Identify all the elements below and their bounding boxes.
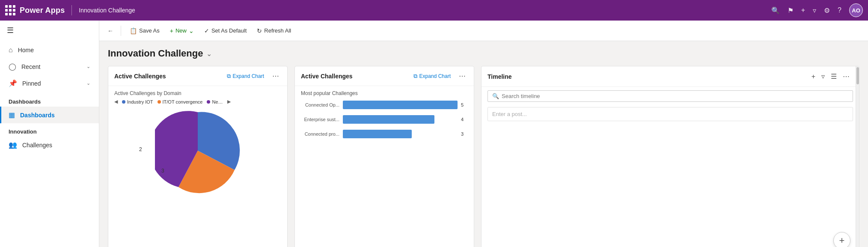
bar-card-title: Active Challenges [301, 73, 353, 80]
pie-num-2: 2 [139, 146, 142, 152]
back-button[interactable]: ← [104, 25, 116, 37]
pie-num-3: 3 [161, 168, 164, 174]
nav-icons: 🔍 ⚑ + ▿ ⚙ ? AO [771, 3, 863, 17]
pie-chart-container: 2 3 [114, 108, 281, 193]
bar-track-2 [343, 130, 458, 138]
dashboard-icon: ▦ [9, 111, 15, 119]
legend-next-icon[interactable]: ▶ [227, 99, 231, 104]
challenges-icon: 👥 [9, 141, 17, 149]
settings-icon[interactable]: ⚙ [824, 6, 830, 15]
waffle-icon[interactable] [5, 5, 15, 15]
sidebar-pinned-label: Pinned [22, 80, 81, 87]
pie-card-body: Active Challenges by Domain ◀ Industry I… [108, 86, 287, 247]
top-navigation: Power Apps Innovation Challenge 🔍 ⚑ + ▿ … [0, 0, 868, 21]
recent-chevron-icon: ⌄ [86, 64, 90, 69]
bar-fill-1 [343, 115, 434, 124]
bar-value-0: 5 [461, 102, 468, 107]
nav-divider [71, 5, 72, 15]
bar-label-2: Connected pro... [301, 131, 339, 137]
main-content: ← 📋 Save As + New ⌄ ✓ Set As Default ↻ R… [99, 21, 868, 247]
pie-chart-subtitle: Active Challenges by Domain [114, 90, 281, 96]
recent-icon: ◯ [9, 62, 16, 71]
timeline-header-icons: + ▿ ☰ ⋯ [808, 71, 853, 82]
nav-page-title: Innovation Challenge [79, 7, 135, 14]
bar-track-1 [343, 115, 458, 124]
bar-track-0 [343, 101, 458, 109]
save-as-button[interactable]: 📋 Save As [125, 25, 164, 36]
pie-expand-button[interactable]: ⧉ Expand Chart [224, 71, 267, 81]
refresh-all-button[interactable]: ↻ Refresh All [253, 25, 295, 36]
legend-prev-icon[interactable]: ◀ [114, 99, 118, 104]
sidebar-recent-label: Recent [21, 63, 81, 70]
pie-card-header: Active Challenges ⧉ Expand Chart ⋯ [108, 66, 287, 86]
bar-label-0: Connected Op... [301, 102, 339, 107]
legend-item-industry-iot: Industry IOT [122, 99, 153, 104]
timeline-scroll-thumb [856, 67, 859, 84]
flag-icon[interactable]: ⚑ [788, 6, 794, 15]
sidebar-item-challenges[interactable]: 👥 Challenges [0, 137, 99, 153]
search-icon[interactable]: 🔍 [771, 6, 780, 15]
page-title: Innovation Challenge [108, 48, 203, 59]
bar-fill-0 [343, 101, 458, 109]
sidebar-home-label: Home [18, 47, 90, 54]
innovation-group-label: Innovation [0, 123, 99, 137]
add-icon[interactable]: + [801, 6, 805, 14]
active-challenges-bar-card: Active Challenges ⧉ Expand Chart ⋯ Most … [294, 66, 474, 247]
sidebar-item-dashboards[interactable]: ▦ Dashboards [0, 107, 99, 123]
timeline-card: Timeline + ▿ ☰ ⋯ 🔍 Enter a post... [481, 66, 859, 247]
timeline-scrollbar[interactable] [856, 66, 859, 247]
legend-dot-new [207, 100, 210, 104]
page-title-chevron-icon[interactable]: ⌄ [206, 50, 212, 58]
bar-more-button[interactable]: ⋯ [457, 71, 468, 81]
sidebar-item-recent[interactable]: ◯ Recent ⌄ [0, 58, 99, 75]
bar-value-2: 3 [461, 131, 468, 137]
pie-chart-legend: ◀ Industry IOT IT/OT convergence [114, 99, 281, 104]
bar-row-2: Connected pro... 3 [301, 130, 468, 138]
home-icon: ⌂ [9, 46, 13, 54]
cards-grid: Active Challenges ⧉ Expand Chart ⋯ Activ… [108, 66, 859, 247]
timeline-more-button[interactable]: ⋯ [841, 71, 851, 82]
sidebar: ☰ ⌂ Home ◯ Recent ⌄ 📌 Pinned ⌄ Dashboard… [0, 21, 99, 247]
bar-chart-subtitle: Most popular Challenges [301, 90, 468, 96]
bar-card-body: Most popular Challenges Connected Op... … [295, 86, 474, 247]
sidebar-item-home[interactable]: ⌂ Home [0, 42, 99, 58]
pie-card-title: Active Challenges [114, 73, 166, 80]
timeline-filter-icon-button[interactable]: ▿ [820, 71, 826, 82]
timeline-search-input[interactable] [502, 93, 848, 99]
timeline-post-input[interactable]: Enter a post... [488, 107, 853, 121]
page-title-row: Innovation Challenge ⌄ [108, 48, 859, 59]
page-area: Innovation Challenge ⌄ Active Challenges… [99, 41, 868, 247]
sidebar-challenges-label: Challenges [22, 142, 90, 149]
pie-more-button[interactable]: ⋯ [270, 71, 281, 81]
bar-expand-button[interactable]: ⧉ Expand Chart [411, 71, 453, 81]
timeline-add-icon-button[interactable]: + [810, 71, 817, 82]
set-default-button[interactable]: ✓ Set As Default [200, 25, 251, 36]
bar-fill-2 [343, 130, 412, 138]
bar-label-1: Enterprise sust... [301, 117, 339, 122]
legend-dot-it-ot [158, 100, 161, 104]
new-plus-icon: + [170, 27, 173, 34]
legend-label-it-ot: IT/OT convergence [163, 99, 203, 104]
timeline-card-header: Timeline + ▿ ☰ ⋯ [482, 66, 859, 87]
expand-icon: ⧉ [227, 73, 231, 80]
filter-icon[interactable]: ▿ [813, 6, 816, 15]
help-icon[interactable]: ? [838, 6, 841, 14]
app-name: Power Apps [20, 6, 65, 15]
toolbar: ← 📋 Save As + New ⌄ ✓ Set As Default ↻ R… [99, 21, 868, 41]
timeline-title: Timeline [488, 73, 512, 80]
toolbar-divider [121, 26, 121, 36]
bar-row-0: Connected Op... 5 [301, 101, 468, 109]
hamburger-button[interactable]: ☰ [0, 21, 99, 40]
checkmark-icon: ✓ [204, 27, 209, 34]
avatar[interactable]: AO [849, 3, 863, 17]
legend-label-industry-iot: Industry IOT [127, 99, 153, 104]
legend-label-new: Ne… [212, 99, 223, 104]
active-challenges-pie-card: Active Challenges ⧉ Expand Chart ⋯ Activ… [108, 66, 288, 247]
new-button[interactable]: + New ⌄ [166, 25, 198, 36]
legend-item-new: Ne… [207, 99, 223, 104]
sidebar-item-pinned[interactable]: 📌 Pinned ⌄ [0, 75, 99, 92]
bar-chart: Connected Op... 5 Enterprise sust... [301, 99, 468, 146]
timeline-post-add-button[interactable]: + [833, 232, 850, 247]
pie-chart-svg [155, 108, 241, 193]
timeline-view-icon-button[interactable]: ☰ [829, 71, 838, 82]
